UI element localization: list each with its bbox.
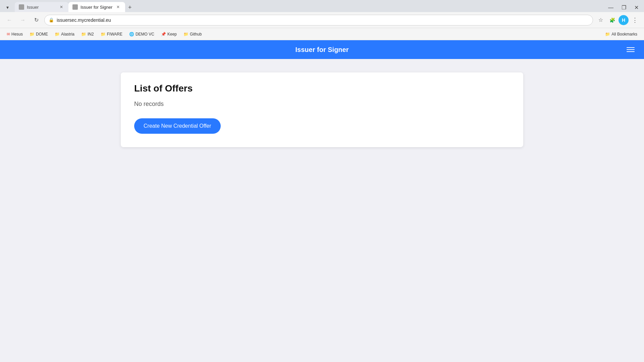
- create-credential-offer-button[interactable]: Create New Credential Offer: [134, 118, 221, 134]
- hamburger-menu-button[interactable]: [624, 45, 637, 55]
- bookmark-in2[interactable]: 📁 IN2: [78, 31, 97, 38]
- folder-icon-alastria: 📁: [55, 32, 60, 37]
- new-tab-button[interactable]: +: [125, 3, 135, 12]
- main-card: List of Offers No records Create New Cre…: [121, 72, 523, 147]
- bookmark-hesus[interactable]: ✉ Hesus: [4, 31, 25, 38]
- bookmark-demo-vc[interactable]: 🌐 DEMO VC: [126, 31, 157, 38]
- bookmark-fiware[interactable]: 📁 FIWARE: [98, 31, 125, 38]
- no-records-text: No records: [134, 101, 510, 108]
- reload-button[interactable]: ↻: [31, 15, 42, 25]
- forward-button[interactable]: →: [17, 15, 28, 25]
- profile-avatar[interactable]: H: [619, 15, 629, 25]
- address-bar[interactable]: 🔒 issuersec.mycredential.eu: [44, 15, 593, 25]
- menu-bar-2: [627, 49, 635, 50]
- nav-bar: ← → ↻ 🔒 issuersec.mycredential.eu ☆ 🧩 H …: [0, 12, 644, 28]
- globe-icon: 🌐: [129, 32, 134, 37]
- bookmark-alastria[interactable]: 📁 Alastria: [52, 31, 77, 38]
- folder-icon-github: 📁: [183, 32, 189, 37]
- all-bookmarks-button[interactable]: 📁 All Bookmarks: [602, 31, 640, 38]
- bookmark-github[interactable]: 📁 Github: [181, 31, 204, 38]
- bookmark-in2-label: IN2: [88, 32, 94, 37]
- tab-dropdown-btn[interactable]: ▾: [3, 3, 12, 12]
- tab-bar: ▾ Issuer ✕ Issuer for Signer ✕ + — ❐ ✕: [0, 0, 644, 12]
- tab-issuer-close[interactable]: ✕: [58, 4, 64, 10]
- app-header: Issuer for Signer: [0, 40, 644, 59]
- bookmark-keep[interactable]: 📌 Keep: [158, 31, 179, 38]
- tab-issuer-signer[interactable]: Issuer for Signer ✕: [68, 2, 125, 12]
- tab-issuer-icon: [19, 4, 24, 10]
- page-content: Issuer for Signer List of Offers No reco…: [0, 40, 644, 362]
- minimize-button[interactable]: —: [605, 3, 616, 12]
- menu-bar-3: [627, 51, 635, 52]
- keep-icon: 📌: [161, 32, 166, 37]
- folder-icon-dome: 📁: [30, 32, 35, 37]
- browser-window: ▾ Issuer ✕ Issuer for Signer ✕ + — ❐ ✕ ←…: [0, 0, 644, 362]
- bookmark-github-label: Github: [190, 32, 202, 37]
- bookmark-alastria-label: Alastria: [61, 32, 74, 37]
- tab-issuer-signer-icon: [72, 4, 78, 10]
- bookmark-dome[interactable]: 📁 DOME: [27, 31, 51, 38]
- folder-icon-in2: 📁: [81, 32, 86, 37]
- bookmark-demo-vc-label: DEMO VC: [136, 32, 154, 37]
- mail-icon: ✉: [7, 32, 10, 37]
- nav-actions: ☆ 🧩 H ⋮: [596, 15, 640, 25]
- tab-issuer-label: Issuer: [27, 5, 39, 10]
- all-bookmarks-label: All Bookmarks: [611, 32, 637, 37]
- list-offers-title: List of Offers: [134, 83, 510, 94]
- bookmark-hesus-label: Hesus: [11, 32, 23, 37]
- address-text: issuersec.mycredential.eu: [57, 17, 589, 23]
- window-controls: — ❐ ✕: [605, 3, 641, 12]
- maximize-button[interactable]: ❐: [619, 3, 629, 12]
- bookmark-dome-label: DOME: [36, 32, 48, 37]
- tab-issuer-signer-close[interactable]: ✕: [115, 4, 121, 10]
- tab-left-controls: ▾: [3, 3, 15, 12]
- folder-icon-fiware: 📁: [101, 32, 106, 37]
- close-button[interactable]: ✕: [632, 3, 641, 12]
- tab-issuer[interactable]: Issuer ✕: [15, 2, 68, 12]
- bookmark-keep-label: Keep: [167, 32, 177, 37]
- tab-issuer-signer-label: Issuer for Signer: [80, 5, 112, 10]
- all-bookmarks-folder-icon: 📁: [605, 32, 610, 37]
- browser-menu-button[interactable]: ⋮: [630, 15, 640, 25]
- back-button[interactable]: ←: [4, 15, 15, 25]
- extensions-button[interactable]: 🧩: [607, 15, 617, 25]
- security-icon: 🔒: [49, 17, 54, 22]
- bookmarks-bar: ✉ Hesus 📁 DOME 📁 Alastria 📁 IN2 📁 FIWARE…: [0, 28, 644, 40]
- bookmark-fiware-label: FIWARE: [107, 32, 122, 37]
- bookmark-star-button[interactable]: ☆: [596, 15, 606, 25]
- menu-bar-1: [627, 47, 635, 48]
- app-title: Issuer for Signer: [296, 46, 349, 54]
